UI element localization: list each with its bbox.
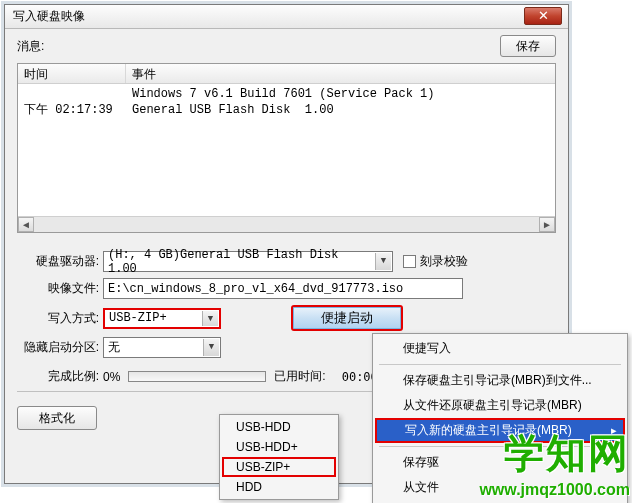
image-file-input[interactable] — [103, 278, 463, 299]
write-method-submenu[interactable]: USB-HDD USB-HDD+ USB-ZIP+ HDD — [219, 414, 339, 500]
titlebar[interactable]: 写入硬盘映像 ✕ — [5, 5, 568, 29]
message-label: 消息: — [17, 38, 44, 55]
write-method-label: 写入方式: — [17, 310, 99, 327]
submenu-usb-zip-plus[interactable]: USB-ZIP+ — [222, 457, 336, 477]
col-header-event[interactable]: 事件 — [126, 64, 555, 83]
progress-label: 完成比例: — [17, 368, 99, 385]
hidden-partition-combo[interactable]: 无 ▼ — [103, 337, 221, 358]
menu-item-save-drive[interactable]: 保存驱 — [375, 450, 625, 475]
submenu-usb-hdd[interactable]: USB-HDD — [222, 417, 336, 437]
menu-separator — [379, 446, 621, 447]
quick-boot-button[interactable]: 便捷启动 — [291, 305, 403, 331]
write-method-combo[interactable]: USB-ZIP+ ▼ — [103, 308, 221, 329]
format-button[interactable]: 格式化 — [17, 406, 97, 430]
menu-item-write-new-mbr[interactable]: 写入新的硬盘主引导记录(MBR) — [375, 418, 625, 443]
quick-boot-menu[interactable]: 便捷写入 保存硬盘主引导记录(MBR)到文件... 从文件还原硬盘主引导记录(M… — [372, 333, 628, 503]
close-icon[interactable]: ✕ — [524, 7, 562, 25]
hidden-partition-label: 隐藏启动分区: — [17, 339, 99, 356]
menu-item-save-mbr[interactable]: 保存硬盘主引导记录(MBR)到文件... — [375, 368, 625, 393]
drive-combo[interactable]: (H:, 4 GB)General USB Flash Disk 1.00 ▼ — [103, 251, 393, 272]
chevron-down-icon[interactable]: ▼ — [203, 339, 219, 356]
log-row: Windows 7 v6.1 Build 7601 (Service Pack … — [18, 86, 555, 102]
menu-separator — [379, 364, 621, 365]
progress-bar — [128, 371, 266, 382]
verify-checkbox[interactable]: 刻录校验 — [403, 253, 468, 270]
submenu-hdd[interactable]: HDD — [222, 477, 336, 497]
submenu-usb-hdd-plus[interactable]: USB-HDD+ — [222, 437, 336, 457]
menu-item-restore-mbr[interactable]: 从文件还原硬盘主引导记录(MBR) — [375, 393, 625, 418]
menu-item-from-file[interactable]: 从文件 — [375, 475, 625, 500]
log-header: 时间 事件 — [18, 64, 555, 84]
log-row: 下午 02:17:39 General USB Flash Disk 1.00 — [18, 102, 555, 118]
elapsed-label: 已用时间: — [274, 368, 325, 385]
col-header-time[interactable]: 时间 — [18, 64, 126, 83]
image-file-label: 映像文件: — [17, 280, 99, 297]
scroll-left-icon[interactable]: ◄ — [18, 217, 34, 232]
log-panel: 时间 事件 Windows 7 v6.1 Build 7601 (Service… — [17, 63, 556, 233]
scroll-right-icon[interactable]: ► — [539, 217, 555, 232]
menu-item-quick-write[interactable]: 便捷写入 — [375, 336, 625, 361]
save-button[interactable]: 保存 — [500, 35, 556, 57]
dialog-title: 写入硬盘映像 — [13, 8, 85, 25]
chevron-down-icon[interactable]: ▼ — [375, 253, 391, 270]
drive-label: 硬盘驱动器: — [17, 253, 99, 270]
progress-percent: 0% — [103, 370, 120, 384]
log-body: Windows 7 v6.1 Build 7601 (Service Pack … — [18, 84, 555, 216]
horizontal-scrollbar[interactable]: ◄ ► — [18, 216, 555, 232]
checkbox-box[interactable] — [403, 255, 416, 268]
chevron-down-icon[interactable]: ▼ — [202, 311, 218, 326]
